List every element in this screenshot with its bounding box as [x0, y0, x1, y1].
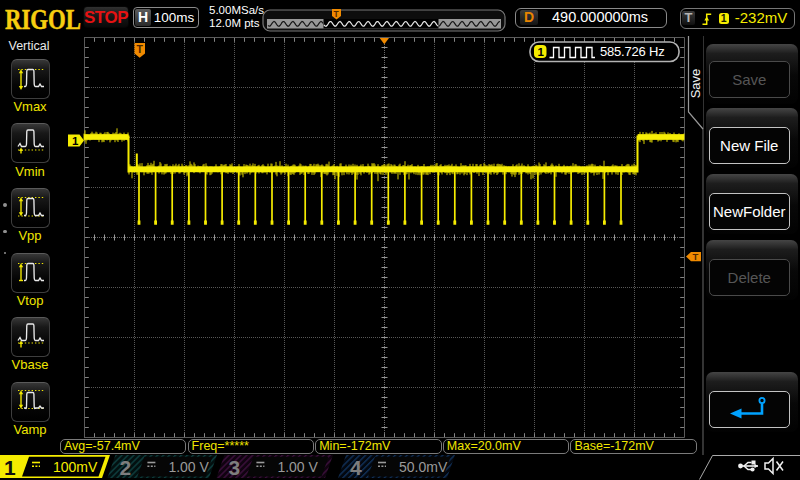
svg-text:1.00 V: 1.00 V	[168, 459, 209, 475]
svg-text:2: 2	[119, 456, 131, 479]
svg-text:1.00 V: 1.00 V	[277, 459, 318, 475]
svg-text:3: 3	[228, 456, 240, 479]
svg-text:4: 4	[350, 456, 362, 479]
svg-text:1: 1	[4, 456, 16, 479]
svg-text:100mV: 100mV	[53, 459, 98, 475]
svg-text:50.0mV: 50.0mV	[399, 459, 448, 475]
